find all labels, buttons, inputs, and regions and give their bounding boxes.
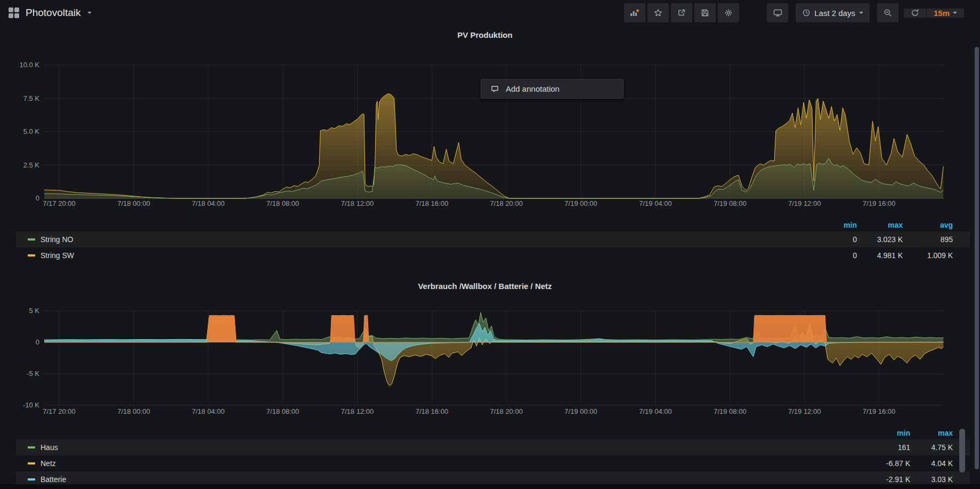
legend-row-string-no: String NO 0 3.023 K 895 <box>16 231 970 247</box>
save-button[interactable] <box>694 3 716 22</box>
x-tick-label: 7/19 12:00 <box>788 199 821 207</box>
share-button[interactable] <box>671 3 692 22</box>
pv-produktion-chart[interactable]: 02.5 K5.0 K7.5 K10.0 K7/17 20:007/18 00:… <box>0 48 970 214</box>
series-max-value: 4.981 K <box>857 251 903 260</box>
series-color-swatch[interactable] <box>28 462 35 464</box>
chevron-down-icon <box>859 12 863 14</box>
y-tick-label: 7.5 K <box>23 94 40 102</box>
star-button[interactable] <box>647 3 669 22</box>
series-label[interactable]: String NO <box>41 235 73 244</box>
series-color-swatch[interactable] <box>28 446 35 448</box>
series-min-value: -6.87 K <box>868 459 910 468</box>
tv-mode-button[interactable] <box>767 3 788 22</box>
grafana-dashboard: Photovoltaik <box>0 0 980 489</box>
x-tick-label: 7/19 08:00 <box>714 199 746 207</box>
series-min-value: 161 <box>868 443 910 452</box>
add-annotation-label: Add annotation <box>506 84 560 93</box>
panel-title-verbrauch[interactable]: Verbrauch /Wallbox / Batterie / Netz <box>0 282 970 291</box>
clock-icon <box>802 9 811 17</box>
x-tick-label: 7/19 00:00 <box>564 407 597 415</box>
series-avg-value: 1.009 K <box>903 251 953 260</box>
dashboard-header: Photovoltaik <box>0 7 92 19</box>
gear-icon <box>724 9 733 17</box>
x-tick-label: 7/19 08:00 <box>714 407 746 415</box>
add-panel-button[interactable] <box>624 3 645 22</box>
legend-row-string-sw: String SW 0 4.981 K 1.009 K <box>16 247 970 263</box>
x-tick-label: 7/18 00:00 <box>117 199 150 207</box>
y-tick-label: 5 K <box>29 307 39 315</box>
y-tick-label: -5 K <box>27 370 39 378</box>
x-tick-label: 7/18 04:00 <box>192 407 224 415</box>
vertical-scrollbar-thumb[interactable] <box>975 47 979 469</box>
legend-row-netz: Netz -6.87 K 4.04 K <box>16 455 970 471</box>
x-tick-label: 7/19 04:00 <box>639 407 671 415</box>
legend-header-max[interactable]: max <box>857 221 903 229</box>
x-tick-label: 7/19 16:00 <box>863 199 895 207</box>
dashboard-title[interactable]: Photovoltaik <box>26 7 81 19</box>
series-color-swatch[interactable] <box>28 478 35 480</box>
comment-bubble-icon <box>490 85 499 93</box>
refresh-interval-button[interactable]: 15m <box>926 9 964 18</box>
x-tick-label: 7/18 20:00 <box>490 199 522 207</box>
y-tick-label: 2.5 K <box>23 161 40 169</box>
y-tick-label: 0 <box>36 194 39 202</box>
series-label[interactable]: Batterie <box>41 475 66 484</box>
zoom-out-button[interactable] <box>877 3 898 22</box>
series-min-value: -2.91 K <box>868 475 910 484</box>
refresh-picker: 15m <box>904 9 964 18</box>
x-tick-label: 7/19 12:00 <box>788 407 821 415</box>
x-tick-label: 7/18 12:00 <box>341 407 374 415</box>
panel-title-pv-produktion[interactable]: PV Produktion <box>0 30 970 39</box>
dashboards-grid-icon[interactable] <box>9 7 19 18</box>
refresh-button[interactable] <box>904 9 926 18</box>
y-tick-label: 0 <box>36 338 39 346</box>
settings-button[interactable] <box>718 3 739 22</box>
y-tick-label: 5.0 K <box>23 127 40 135</box>
series-avg-value: 895 <box>903 235 953 244</box>
star-icon <box>654 9 662 17</box>
zoom-out-icon <box>884 9 892 17</box>
series-label[interactable]: String SW <box>41 251 74 260</box>
time-range-picker[interactable]: Last 2 days <box>796 3 870 22</box>
x-tick-label: 7/19 04:00 <box>639 199 671 207</box>
x-tick-label: 7/18 04:00 <box>192 199 224 207</box>
horizontal-scrollbar-track[interactable] <box>0 484 980 489</box>
series-label[interactable]: Netz <box>41 459 56 468</box>
time-range-label: Last 2 days <box>814 9 855 18</box>
x-tick-label: 7/17 20:00 <box>43 407 75 415</box>
toolbar: Last 2 days 15m <box>622 3 980 22</box>
add-panel-icon <box>630 9 639 17</box>
navbar: Photovoltaik <box>0 0 980 26</box>
x-tick-label: 7/19 16:00 <box>863 407 895 415</box>
series-max-value: 4.04 K <box>910 459 953 468</box>
legend-header-max[interactable]: max <box>910 429 953 437</box>
legend-header-min[interactable]: min <box>868 429 910 437</box>
save-icon <box>701 9 709 17</box>
legend-header-row: min max avg <box>16 219 970 231</box>
legend-header-row: min max <box>16 427 970 439</box>
series-label[interactable]: Haus <box>41 443 58 452</box>
pv-legend: min max avg String NO 0 3.023 K 895 Stri… <box>16 219 970 263</box>
monitor-icon <box>773 9 782 17</box>
x-tick-label: 7/18 20:00 <box>490 407 522 415</box>
legend-header-avg[interactable]: avg <box>903 221 953 229</box>
x-tick-label: 7/18 12:00 <box>341 199 374 207</box>
y-tick-label: 10.0 K <box>19 61 39 69</box>
series-color-swatch[interactable] <box>28 238 35 241</box>
verbrauch-chart[interactable]: 5 K0-5 K-10 K7/17 20:007/18 00:007/18 04… <box>0 299 970 422</box>
series-color-swatch[interactable] <box>28 254 35 256</box>
refresh-interval-label: 15m <box>934 9 950 18</box>
series-max-value: 4.75 K <box>910 443 953 452</box>
add-annotation-menu-item[interactable]: Add annotation <box>481 79 623 99</box>
legend-header-min[interactable]: min <box>811 221 857 229</box>
chevron-down-icon[interactable] <box>87 12 92 14</box>
x-tick-label: 7/19 00:00 <box>564 199 597 207</box>
chevron-down-icon <box>953 12 957 14</box>
legend-scrollbar-thumb[interactable] <box>959 429 965 472</box>
refresh-icon <box>911 9 919 17</box>
legend-row-haus: Haus 161 4.75 K <box>16 439 970 455</box>
verbrauch-legend: min max Haus 161 4.75 K Netz -6.87 K 4.0… <box>16 427 970 487</box>
x-tick-label: 7/18 08:00 <box>266 199 299 207</box>
x-tick-label: 7/18 08:00 <box>266 407 299 415</box>
series-min-value: 0 <box>811 251 857 260</box>
